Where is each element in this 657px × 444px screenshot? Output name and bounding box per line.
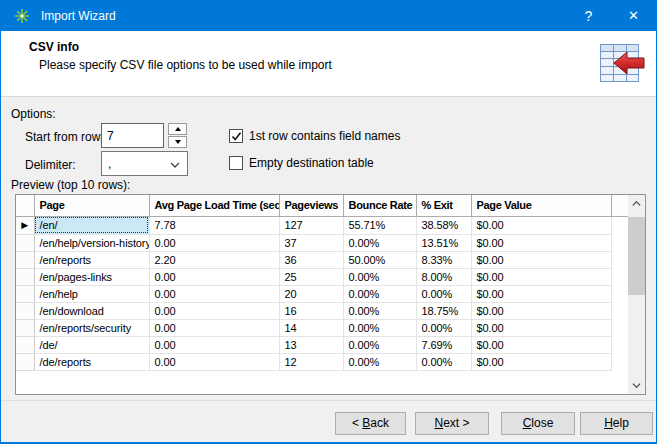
row-filler bbox=[611, 353, 628, 370]
checkbox-first-row-field-names[interactable]: 1st row contains field names bbox=[229, 128, 400, 144]
grid-cell[interactable]: 0.00 bbox=[149, 319, 279, 336]
grid-cell[interactable]: 0.00% bbox=[343, 353, 416, 370]
grid-cell[interactable]: 0.00% bbox=[343, 302, 416, 319]
grid-cell[interactable]: $0.00 bbox=[471, 285, 611, 302]
help-button[interactable]: Help bbox=[580, 412, 653, 435]
next-button[interactable]: Next > bbox=[415, 412, 489, 435]
grid-cell[interactable]: $0.00 bbox=[471, 234, 611, 251]
chevron-down-icon bbox=[632, 383, 641, 388]
grid-cell[interactable]: 14 bbox=[279, 319, 343, 336]
grid-cell[interactable]: 13.51% bbox=[416, 234, 471, 251]
checkmark-icon bbox=[231, 131, 242, 142]
grid-cell[interactable]: 0.00% bbox=[343, 319, 416, 336]
grid-cell[interactable]: 0.00% bbox=[343, 234, 416, 251]
grid-cell[interactable]: 25 bbox=[279, 268, 343, 285]
grid-cell[interactable]: 0.00% bbox=[343, 336, 416, 353]
row-filler bbox=[611, 302, 628, 319]
row-filler bbox=[611, 251, 628, 268]
grid-cell[interactable]: 16 bbox=[279, 302, 343, 319]
row-indicator bbox=[16, 285, 34, 302]
grid-cell[interactable]: $0.00 bbox=[471, 268, 611, 285]
grid-cell[interactable]: $0.00 bbox=[471, 302, 611, 319]
grid-cell[interactable]: /de/ bbox=[34, 336, 149, 353]
grid-cell[interactable]: 0.00 bbox=[149, 268, 279, 285]
grid-cell[interactable]: $0.00 bbox=[471, 251, 611, 268]
grid-cell[interactable]: 8.33% bbox=[416, 251, 471, 268]
delimiter-dropdown[interactable]: , bbox=[101, 151, 188, 176]
grid-cell[interactable]: 7.78 bbox=[149, 216, 279, 234]
grid-cell[interactable]: $0.00 bbox=[471, 216, 611, 234]
grid-cell[interactable]: 50.00% bbox=[343, 251, 416, 268]
grid-cell[interactable]: /de/reports bbox=[34, 353, 149, 370]
row-filler bbox=[611, 268, 628, 285]
grid-cell[interactable]: 13 bbox=[279, 336, 343, 353]
grid-cell[interactable]: /en/help bbox=[34, 285, 149, 302]
titlebar-help-button[interactable]: ? bbox=[566, 1, 611, 31]
scroll-down-button[interactable] bbox=[628, 377, 645, 394]
scroll-up-button[interactable] bbox=[628, 195, 645, 212]
triangle-down-icon bbox=[175, 140, 181, 144]
checkbox-empty-destination-table[interactable]: Empty destination table bbox=[229, 155, 374, 171]
grid-header-row: PageAvg Page Load Time (sec)PageviewsBou… bbox=[16, 195, 628, 216]
column-header[interactable]: Page bbox=[34, 195, 149, 216]
checkbox-icon[interactable] bbox=[229, 129, 243, 143]
row-indicator bbox=[16, 268, 34, 285]
grid-cell[interactable]: 0.00 bbox=[149, 353, 279, 370]
column-header[interactable]: Pageviews bbox=[279, 195, 343, 216]
titlebar[interactable]: Import Wizard ? ✕ bbox=[1, 1, 656, 31]
start-row-input[interactable] bbox=[101, 123, 164, 148]
spin-up-button[interactable] bbox=[168, 123, 187, 135]
preview-grid: PageAvg Page Load Time (sec)PageviewsBou… bbox=[15, 194, 646, 395]
grid-cell[interactable]: 36 bbox=[279, 251, 343, 268]
grid-cell[interactable]: 55.71% bbox=[343, 216, 416, 234]
grid-cell[interactable]: /en/ bbox=[34, 216, 149, 234]
grid-cell[interactable]: /en/help/version-history bbox=[34, 234, 149, 251]
grid-cell[interactable]: 0.00 bbox=[149, 302, 279, 319]
csv-import-icon bbox=[599, 40, 645, 86]
grid-cell[interactable]: 8.00% bbox=[416, 268, 471, 285]
grid-cell[interactable]: /en/reports/security bbox=[34, 319, 149, 336]
grid-cell[interactable]: 20 bbox=[279, 285, 343, 302]
scrollbar-thumb[interactable] bbox=[628, 217, 645, 295]
grid-cell[interactable]: 0.00% bbox=[416, 353, 471, 370]
row-indicator bbox=[16, 234, 34, 251]
vertical-scrollbar[interactable] bbox=[628, 195, 645, 394]
header-filler bbox=[611, 195, 628, 216]
start-row-spinner bbox=[168, 123, 187, 148]
grid-cell[interactable]: 0.00% bbox=[343, 285, 416, 302]
start-row-spinedit bbox=[101, 123, 164, 148]
checkbox-icon[interactable] bbox=[229, 156, 243, 170]
grid-cell[interactable]: 0.00% bbox=[416, 319, 471, 336]
grid-cell[interactable]: 0.00% bbox=[343, 268, 416, 285]
grid-cell[interactable]: /en/download bbox=[34, 302, 149, 319]
grid-cell[interactable]: 0.00 bbox=[149, 234, 279, 251]
grid-cell[interactable]: 0.00% bbox=[416, 285, 471, 302]
grid-cell[interactable]: /en/reports bbox=[34, 251, 149, 268]
close-button[interactable]: Close bbox=[501, 412, 575, 435]
grid-cell[interactable]: 7.69% bbox=[416, 336, 471, 353]
grid-cell[interactable]: 37 bbox=[279, 234, 343, 251]
column-header[interactable]: Bounce Rate bbox=[343, 195, 416, 216]
column-header[interactable]: % Exit bbox=[416, 195, 471, 216]
spin-down-button[interactable] bbox=[168, 136, 187, 148]
row-filler bbox=[611, 234, 628, 251]
grid-cell[interactable]: 127 bbox=[279, 216, 343, 234]
delimiter-label: Delimiter: bbox=[25, 158, 76, 172]
grid-cell[interactable]: 18.75% bbox=[416, 302, 471, 319]
titlebar-close-button[interactable]: ✕ bbox=[611, 1, 656, 31]
grid-cell[interactable]: 38.58% bbox=[416, 216, 471, 234]
grid-cell[interactable]: 2.20 bbox=[149, 251, 279, 268]
grid-cell[interactable]: $0.00 bbox=[471, 319, 611, 336]
row-indicator bbox=[16, 336, 34, 353]
grid-cell[interactable]: 0.00 bbox=[149, 336, 279, 353]
grid-cell[interactable]: $0.00 bbox=[471, 353, 611, 370]
chevron-up-icon bbox=[632, 201, 641, 206]
back-button[interactable]: < Back bbox=[335, 412, 406, 435]
grid-cell[interactable]: 0.00 bbox=[149, 285, 279, 302]
grid-cell[interactable]: 12 bbox=[279, 353, 343, 370]
options-label: Options: bbox=[11, 107, 56, 121]
grid-cell[interactable]: /en/pages-links bbox=[34, 268, 149, 285]
grid-cell[interactable]: $0.00 bbox=[471, 336, 611, 353]
column-header[interactable]: Page Value bbox=[471, 195, 611, 216]
column-header[interactable]: Avg Page Load Time (sec) bbox=[149, 195, 279, 216]
